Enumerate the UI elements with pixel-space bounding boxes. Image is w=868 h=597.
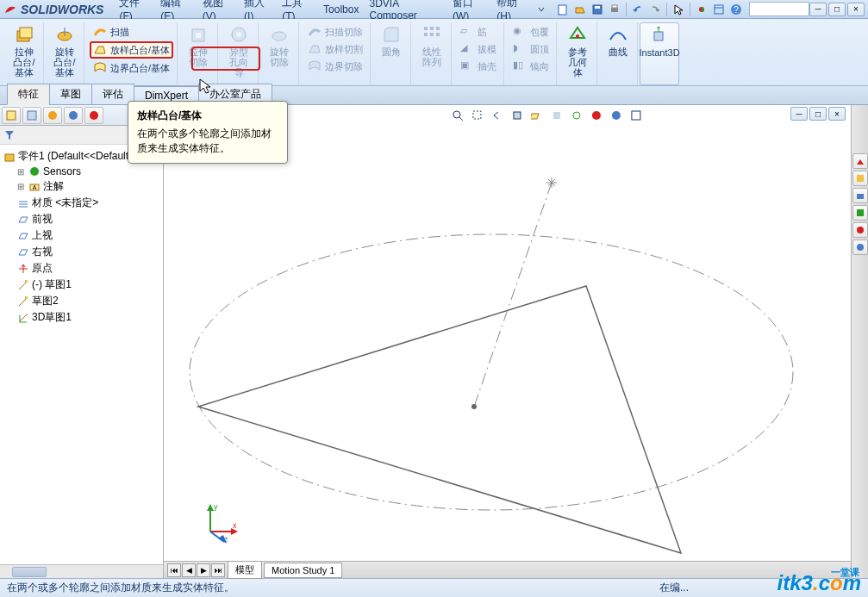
- dock-resources-icon[interactable]: [852, 153, 868, 169]
- section-view-icon[interactable]: [508, 107, 525, 124]
- options-icon[interactable]: [711, 2, 727, 17]
- svg-rect-0: [559, 5, 566, 15]
- tab-features[interactable]: 特征: [7, 84, 50, 105]
- curves-button[interactable]: 曲线: [603, 22, 634, 59]
- tab-model[interactable]: 模型: [228, 561, 262, 579]
- tree-3dsketch[interactable]: 3D草图1: [2, 309, 161, 326]
- view-triad: y x z: [198, 501, 241, 544]
- panel-tab-config[interactable]: [43, 107, 62, 124]
- sweep-button[interactable]: 扫描: [90, 24, 173, 40]
- dome-button[interactable]: ◗圆顶: [509, 41, 553, 57]
- panel-tab-property[interactable]: [22, 107, 41, 124]
- minimize-button[interactable]: ─: [809, 3, 827, 16]
- view-settings-icon[interactable]: [627, 107, 644, 124]
- tab-nav-last[interactable]: ⏭: [211, 563, 225, 577]
- tab-nav-next[interactable]: ▶: [197, 563, 210, 577]
- panel-tab-feature-tree[interactable]: [2, 107, 21, 124]
- dock-design-library-icon[interactable]: [852, 171, 868, 186]
- extrude-cut-button[interactable]: 拉伸切除: [183, 22, 214, 69]
- hide-show-icon[interactable]: [567, 107, 584, 124]
- dock-file-explorer-icon[interactable]: [852, 188, 868, 203]
- rib-button[interactable]: ▱筋: [457, 24, 500, 40]
- dock-appearances-icon[interactable]: [852, 222, 868, 238]
- sweep-cut-button[interactable]: 扫描切除: [304, 24, 366, 40]
- mirror-button[interactable]: ▮▯镜向: [509, 59, 553, 74]
- new-icon[interactable]: [555, 2, 571, 17]
- close-button[interactable]: ×: [847, 3, 865, 16]
- select-icon[interactable]: [671, 2, 686, 17]
- loft-cut-button[interactable]: 放样切割: [304, 41, 366, 57]
- viewport[interactable]: ─ □ × y x z ⏮ ◀ ▶ ⏭ 模: [164, 105, 851, 578]
- search-input[interactable]: [749, 2, 809, 16]
- previous-view-icon[interactable]: [488, 107, 505, 124]
- shell-button[interactable]: ▣抽壳: [457, 59, 500, 74]
- panel-tab-display[interactable]: [84, 107, 103, 124]
- tree-material[interactable]: 材质 <未指定>: [2, 195, 161, 211]
- filter-icon[interactable]: [3, 129, 16, 141]
- svg-text:?: ?: [734, 5, 739, 15]
- loft-button[interactable]: 放样凸台/基体: [90, 41, 173, 59]
- boundary-button[interactable]: 边界凸台/基体: [90, 60, 173, 76]
- menu-toolbox[interactable]: Toolbox: [318, 2, 364, 17]
- sketch-icon: [17, 279, 29, 291]
- tree-sensors[interactable]: ⊞Sensors: [2, 165, 161, 178]
- draft-button[interactable]: ◢拔模: [457, 41, 500, 57]
- instant3d-icon: [649, 25, 670, 46]
- save-icon[interactable]: [590, 2, 605, 17]
- scrollbar-thumb[interactable]: [12, 567, 47, 577]
- display-style-icon[interactable]: [547, 107, 565, 124]
- edit-appearance-icon[interactable]: [587, 107, 604, 124]
- maximize-button[interactable]: □: [828, 3, 846, 16]
- tab-sketch[interactable]: 草图: [49, 84, 92, 105]
- expand-icon[interactable]: ⊞: [17, 167, 26, 177]
- menu-dropdown-icon[interactable]: [534, 2, 548, 17]
- linear-pattern-button[interactable]: 线性阵列: [416, 22, 447, 69]
- tab-motion-study[interactable]: Motion Study 1: [264, 563, 342, 578]
- zoom-fit-icon[interactable]: [448, 107, 465, 124]
- part-icon: [3, 151, 16, 163]
- print-icon[interactable]: [607, 2, 622, 17]
- tree-scrollbar-horizontal[interactable]: [0, 564, 163, 578]
- sensors-icon: [28, 165, 41, 177]
- viewport-maximize-button[interactable]: □: [809, 107, 827, 121]
- separator-icon: [626, 3, 627, 16]
- tree-sketch1[interactable]: (-) 草图1: [2, 277, 161, 293]
- ref-geometry-button[interactable]: 参考几何体: [562, 22, 593, 79]
- view-orientation-icon[interactable]: [528, 107, 545, 124]
- fillet-button[interactable]: 圆角: [376, 22, 407, 59]
- svg-text:z: z: [224, 535, 228, 544]
- panel-tab-dimxpert[interactable]: [64, 107, 83, 124]
- tree-top-plane[interactable]: 上视: [2, 227, 161, 244]
- redo-icon[interactable]: [647, 2, 663, 17]
- watermark: 一堂课 itk3.com: [777, 571, 861, 595]
- tree-origin[interactable]: 原点: [2, 260, 161, 277]
- rebuild-icon[interactable]: [694, 2, 709, 17]
- tab-nav-first[interactable]: ⏮: [167, 563, 181, 577]
- hole-wizard-button[interactable]: 异型孔向导: [223, 22, 254, 79]
- expand-icon[interactable]: ⊞: [17, 182, 26, 191]
- tree-front-plane[interactable]: 前视: [2, 211, 161, 227]
- viewport-minimize-button[interactable]: ─: [790, 107, 808, 121]
- svg-rect-22: [424, 33, 428, 36]
- svg-rect-27: [7, 111, 16, 120]
- instant3d-button[interactable]: Instant3D: [644, 23, 675, 59]
- tree-sketch2[interactable]: 草图2: [2, 293, 161, 309]
- tree-right-plane[interactable]: 右视: [2, 244, 161, 260]
- tab-nav-prev[interactable]: ◀: [182, 563, 196, 577]
- boundary-cut-button[interactable]: 边界切除: [304, 59, 366, 74]
- viewport-close-button[interactable]: ×: [828, 107, 846, 121]
- tree-annotations[interactable]: ⊞A注解: [2, 178, 161, 195]
- svg-point-47: [572, 112, 579, 119]
- svg-point-29: [48, 111, 57, 120]
- open-icon[interactable]: [572, 2, 588, 17]
- zoom-area-icon[interactable]: [468, 107, 485, 124]
- dock-view-palette-icon[interactable]: [852, 205, 868, 221]
- revolve-boss-button[interactable]: 旋转凸台/基体: [49, 22, 80, 79]
- wrap-button[interactable]: ◉包覆: [509, 24, 553, 40]
- extrude-boss-button[interactable]: 拉伸凸台/基体: [9, 22, 40, 79]
- dock-custom-props-icon[interactable]: [852, 239, 868, 255]
- apply-scene-icon[interactable]: [607, 107, 624, 124]
- revolve-cut-button[interactable]: 旋转切除: [264, 22, 295, 69]
- help-icon[interactable]: ?: [728, 2, 744, 17]
- undo-icon[interactable]: [630, 2, 646, 17]
